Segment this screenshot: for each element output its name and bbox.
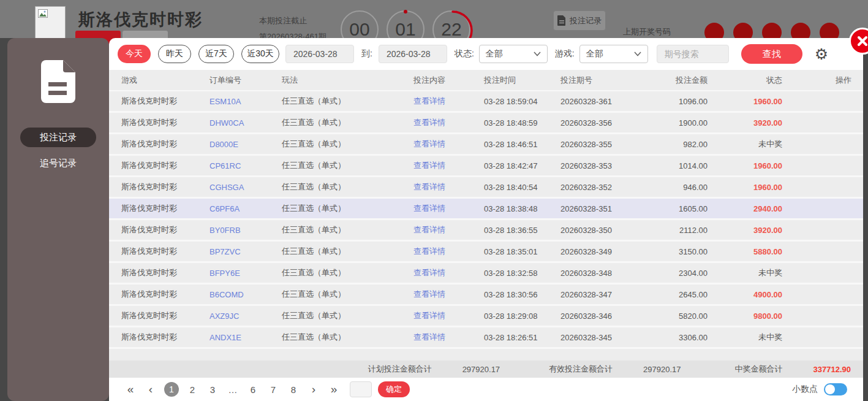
cell-game: 斯洛伐克时时彩 xyxy=(121,289,209,300)
cell-order-no[interactable]: ANDX1E xyxy=(209,333,282,342)
cell-play: 任三直选（单式） xyxy=(282,246,413,257)
cell-order-no[interactable]: DHW0CA xyxy=(209,118,282,128)
page-item-3[interactable]: 3 xyxy=(206,384,219,395)
view-details-link[interactable]: 查看详情 xyxy=(413,160,484,171)
sidebar-item-chase-records[interactable]: 追号记录 xyxy=(40,158,77,169)
cell-status: 3920.00 xyxy=(708,118,782,128)
game-select[interactable]: 全部 xyxy=(579,45,648,63)
page-jump-input[interactable] xyxy=(350,381,372,397)
records-sidebar: 投注记录 追号记录 xyxy=(7,38,109,401)
cell-status: 未中奖 xyxy=(708,332,782,343)
page-item-8[interactable]: 8 xyxy=(287,384,300,395)
cell-order-no[interactable]: C6PF6A xyxy=(209,204,282,213)
quick-filter-today[interactable]: 今天 xyxy=(118,45,151,63)
cell-order-no[interactable]: BP7ZVC xyxy=(209,247,282,256)
quick-filter-30days[interactable]: 近30天 xyxy=(241,45,279,63)
sidebar-item-bet-records[interactable]: 投注记录 xyxy=(20,128,96,147)
cell-play: 任三直选（单式） xyxy=(282,203,413,214)
table-row: 斯洛伐克时时彩BY0FRB任三直选（单式）查看详情03-28 18:36:552… xyxy=(109,220,863,242)
view-details-link[interactable]: 查看详情 xyxy=(413,117,484,128)
status-select[interactable]: 全部 xyxy=(479,45,548,63)
page-item-next[interactable]: › xyxy=(307,383,320,396)
decimal-toggle[interactable] xyxy=(824,383,847,395)
cell-order-no[interactable]: BY0FRB xyxy=(209,226,282,235)
quick-filter-7days[interactable]: 近7天 xyxy=(198,45,234,63)
cell-play: 任三直选（单式） xyxy=(282,267,413,278)
view-details-link[interactable]: 查看详情 xyxy=(413,267,484,278)
cell-amount: 1900.00 xyxy=(646,118,708,128)
col-status: 状态 xyxy=(708,75,782,86)
view-details-link[interactable]: 查看详情 xyxy=(413,96,484,107)
cell-time: 03-28 18:42:47 xyxy=(484,161,560,170)
page-confirm-button[interactable]: 确定 xyxy=(378,381,410,397)
period-search-input[interactable] xyxy=(657,45,729,63)
view-details-link[interactable]: 查看详情 xyxy=(413,139,484,150)
date-from-input[interactable] xyxy=(285,45,354,63)
table-row: 斯洛伐克时时彩C6PF6A任三直选（单式）查看详情03-28 18:38:482… xyxy=(109,199,863,220)
search-button[interactable]: 查找 xyxy=(741,44,802,64)
page-item-2[interactable]: 2 xyxy=(186,384,199,395)
screen: 斯洛伐克时时彩 本期投注截止 第20260328-461期 00 01 22 xyxy=(0,0,868,401)
cell-order-no[interactable]: CP61RC xyxy=(209,161,282,170)
cell-time: 03-28 18:29:08 xyxy=(484,311,560,321)
cell-amount: 3150.00 xyxy=(646,247,708,256)
cell-game: 斯洛伐克时时彩 xyxy=(121,332,209,343)
cell-amount: 2304.00 xyxy=(646,269,708,278)
cell-game: 斯洛伐克时时彩 xyxy=(121,117,209,128)
page-item-6[interactable]: 6 xyxy=(246,384,260,395)
table-row: 斯洛伐克时时彩CGHSGA任三直选（单式）查看详情03-28 18:40:542… xyxy=(109,177,863,199)
cell-game: 斯洛伐克时时彩 xyxy=(121,246,209,257)
view-details-link[interactable]: 查看详情 xyxy=(413,332,484,343)
view-details-link[interactable]: 查看详情 xyxy=(413,224,484,235)
header-record-label: 投注记录 xyxy=(570,15,602,26)
cell-amount: 982.00 xyxy=(646,140,708,149)
cell-game: 斯洛伐克时时彩 xyxy=(121,267,209,278)
view-details-link[interactable]: 查看详情 xyxy=(413,289,484,300)
cell-status: 未中奖 xyxy=(708,267,782,278)
col-amount: 投注金额 xyxy=(646,75,708,86)
col-action: 操作 xyxy=(782,75,851,86)
last-draw-label: 上期开奖号码 xyxy=(623,26,671,37)
game-label: 游戏: xyxy=(555,48,575,59)
cell-order-no[interactable]: CGHSGA xyxy=(209,183,282,192)
cell-amount: 1605.00 xyxy=(646,204,708,213)
cell-game: 斯洛伐克时时彩 xyxy=(121,160,209,171)
table-row: 斯洛伐克时时彩ESM10A任三直选（单式）查看详情03-28 18:59:042… xyxy=(109,91,863,113)
gear-icon[interactable]: ⚙ xyxy=(815,47,828,62)
table-row: 斯洛伐克时时彩B6COMD任三直选（单式）查看详情03-28 18:30:562… xyxy=(109,285,863,306)
date-to-input[interactable] xyxy=(379,45,447,63)
cell-order-no[interactable]: D8000E xyxy=(209,140,282,149)
chevron-down-icon xyxy=(534,52,541,56)
table-row: 斯洛伐克时时彩DHW0CA任三直选（单式）查看详情03-28 18:48:592… xyxy=(109,113,863,134)
cell-order-no[interactable]: B6COMD xyxy=(209,290,282,299)
page-item-7[interactable]: 7 xyxy=(266,384,280,395)
cell-play: 任三直选（单式） xyxy=(282,224,413,235)
planned-total-label: 计划投注金额合计 xyxy=(368,364,432,375)
cell-order-no[interactable]: ESM10A xyxy=(209,97,282,106)
col-game: 游戏 xyxy=(121,75,209,86)
cell-period: 20260328-353 xyxy=(560,161,646,170)
cell-order-no[interactable]: BFPY6E xyxy=(209,269,282,278)
valid-total-label: 有效投注金额合计 xyxy=(549,364,613,375)
header-record-button[interactable]: 投注记录 xyxy=(553,10,606,31)
cell-play: 任三直选（单式） xyxy=(282,289,413,300)
page-item-1[interactable]: 1 xyxy=(164,382,179,397)
view-details-link[interactable]: 查看详情 xyxy=(413,181,484,193)
cell-time: 03-28 18:46:51 xyxy=(484,140,560,149)
quick-filter-yesterday[interactable]: 昨天 xyxy=(158,45,191,63)
view-details-link[interactable]: 查看详情 xyxy=(413,310,484,321)
cell-time: 03-28 18:35:01 xyxy=(484,247,560,256)
page-item-first[interactable]: « xyxy=(124,383,137,396)
valid-total-value: 297920.17 xyxy=(643,365,681,374)
page-item-last[interactable]: » xyxy=(327,383,341,396)
view-details-link[interactable]: 查看详情 xyxy=(413,246,484,257)
win-total-value: 337712.90 xyxy=(813,365,851,374)
cell-game: 斯洛伐克时时彩 xyxy=(121,181,209,193)
countdown-minute-dot xyxy=(404,10,407,13)
cell-time: 03-28 18:48:59 xyxy=(484,118,560,128)
cell-order-no[interactable]: AXZ9JC xyxy=(209,311,282,321)
page-item-prev[interactable]: ‹ xyxy=(144,383,157,396)
table-row: 斯洛伐克时时彩BP7ZVC任三直选（单式）查看详情03-28 18:35:012… xyxy=(109,242,863,263)
col-play: 玩法 xyxy=(282,75,413,86)
view-details-link[interactable]: 查看详情 xyxy=(413,203,484,214)
